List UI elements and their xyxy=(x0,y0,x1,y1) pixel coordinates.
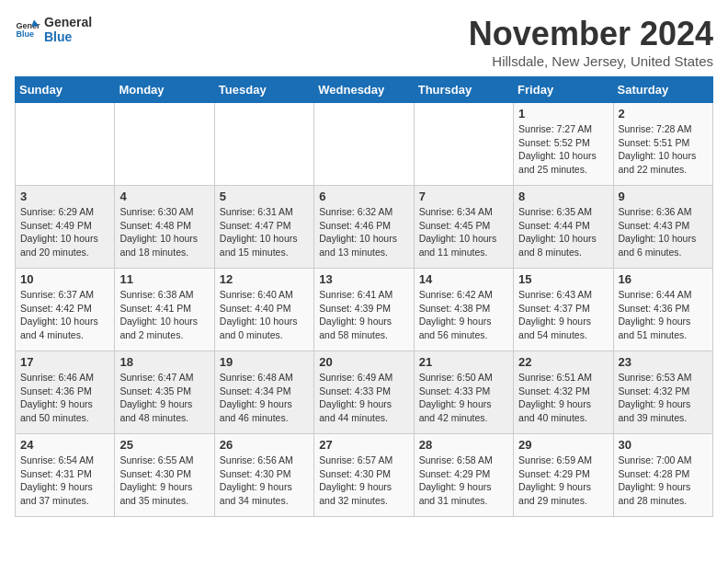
day-info: Sunrise: 6:36 AM Sunset: 4:43 PM Dayligh… xyxy=(619,205,708,259)
day-number: 22 xyxy=(518,355,608,369)
day-info: Sunrise: 6:46 AM Sunset: 4:36 PM Dayligh… xyxy=(20,371,109,425)
header: General Blue General Blue November 2024 … xyxy=(15,15,713,69)
day-number: 30 xyxy=(619,438,708,452)
day-of-week-header: Saturday xyxy=(613,77,712,103)
day-number: 19 xyxy=(220,355,309,369)
day-number: 14 xyxy=(419,272,508,286)
calendar-cell xyxy=(314,103,414,186)
day-number: 29 xyxy=(518,438,608,452)
day-info: Sunrise: 6:43 AM Sunset: 4:37 PM Dayligh… xyxy=(518,288,608,342)
logo-general: General xyxy=(44,15,92,29)
day-number: 12 xyxy=(220,272,309,286)
calendar-cell: 17Sunrise: 6:46 AM Sunset: 4:36 PM Dayli… xyxy=(16,351,115,434)
day-number: 3 xyxy=(20,190,109,203)
day-info: Sunrise: 6:35 AM Sunset: 4:44 PM Dayligh… xyxy=(518,205,608,259)
day-info: Sunrise: 6:44 AM Sunset: 4:36 PM Dayligh… xyxy=(619,288,708,342)
calendar-cell: 19Sunrise: 6:48 AM Sunset: 4:34 PM Dayli… xyxy=(214,351,313,434)
day-number: 20 xyxy=(319,355,408,369)
calendar-cell xyxy=(214,103,313,186)
day-info: Sunrise: 6:56 AM Sunset: 4:30 PM Dayligh… xyxy=(220,454,309,508)
calendar-cell xyxy=(414,103,513,186)
day-number: 21 xyxy=(419,355,508,369)
day-info: Sunrise: 6:50 AM Sunset: 4:33 PM Dayligh… xyxy=(419,371,508,425)
calendar-cell xyxy=(16,103,115,186)
day-info: Sunrise: 6:34 AM Sunset: 4:45 PM Dayligh… xyxy=(419,205,508,259)
day-number: 25 xyxy=(119,438,209,452)
calendar-cell: 25Sunrise: 6:55 AM Sunset: 4:30 PM Dayli… xyxy=(115,434,214,517)
day-info: Sunrise: 6:30 AM Sunset: 4:48 PM Dayligh… xyxy=(119,205,209,259)
day-info: Sunrise: 7:28 AM Sunset: 5:51 PM Dayligh… xyxy=(619,122,708,177)
calendar-cell: 21Sunrise: 6:50 AM Sunset: 4:33 PM Dayli… xyxy=(414,351,513,434)
calendar-cell: 20Sunrise: 6:49 AM Sunset: 4:33 PM Dayli… xyxy=(314,351,414,434)
calendar-cell: 11Sunrise: 6:38 AM Sunset: 4:41 PM Dayli… xyxy=(115,269,214,351)
logo: General Blue General Blue xyxy=(15,15,92,44)
calendar-cell: 15Sunrise: 6:43 AM Sunset: 4:37 PM Dayli… xyxy=(514,269,613,351)
day-info: Sunrise: 6:40 AM Sunset: 4:40 PM Dayligh… xyxy=(220,288,309,342)
day-info: Sunrise: 6:55 AM Sunset: 4:30 PM Dayligh… xyxy=(119,454,209,508)
day-number: 4 xyxy=(119,190,209,203)
svg-text:Blue: Blue xyxy=(16,29,34,39)
day-info: Sunrise: 6:53 AM Sunset: 4:32 PM Dayligh… xyxy=(619,371,708,425)
day-info: Sunrise: 6:58 AM Sunset: 4:29 PM Dayligh… xyxy=(419,454,508,508)
day-number: 26 xyxy=(220,438,309,452)
day-info: Sunrise: 6:59 AM Sunset: 4:29 PM Dayligh… xyxy=(518,454,608,508)
day-of-week-header: Tuesday xyxy=(214,77,313,103)
calendar-cell xyxy=(115,103,214,186)
calendar-header: SundayMondayTuesdayWednesdayThursdayFrid… xyxy=(16,77,713,103)
calendar-cell: 29Sunrise: 6:59 AM Sunset: 4:29 PM Dayli… xyxy=(514,434,613,517)
calendar-cell: 12Sunrise: 6:40 AM Sunset: 4:40 PM Dayli… xyxy=(214,269,313,351)
calendar-cell: 27Sunrise: 6:57 AM Sunset: 4:30 PM Dayli… xyxy=(314,434,414,517)
calendar-cell: 4Sunrise: 6:30 AM Sunset: 4:48 PM Daylig… xyxy=(115,186,214,269)
day-info: Sunrise: 6:31 AM Sunset: 4:47 PM Dayligh… xyxy=(220,205,309,259)
day-info: Sunrise: 6:29 AM Sunset: 4:49 PM Dayligh… xyxy=(20,205,109,259)
day-number: 24 xyxy=(20,438,109,452)
day-number: 15 xyxy=(518,272,608,286)
month-title: November 2024 xyxy=(469,15,713,53)
day-of-week-header: Friday xyxy=(514,77,613,103)
day-number: 11 xyxy=(119,272,209,286)
day-number: 17 xyxy=(20,355,109,369)
calendar-cell: 28Sunrise: 6:58 AM Sunset: 4:29 PM Dayli… xyxy=(414,434,513,517)
day-number: 18 xyxy=(119,355,209,369)
logo-icon: General Blue xyxy=(15,17,40,42)
calendar-cell: 2Sunrise: 7:28 AM Sunset: 5:51 PM Daylig… xyxy=(613,103,712,186)
day-info: Sunrise: 6:48 AM Sunset: 4:34 PM Dayligh… xyxy=(220,371,309,425)
day-number: 1 xyxy=(518,107,608,121)
day-number: 27 xyxy=(319,438,408,452)
calendar-cell: 30Sunrise: 7:00 AM Sunset: 4:28 PM Dayli… xyxy=(613,434,712,517)
day-info: Sunrise: 7:00 AM Sunset: 4:28 PM Dayligh… xyxy=(619,454,708,508)
calendar-cell: 23Sunrise: 6:53 AM Sunset: 4:32 PM Dayli… xyxy=(613,351,712,434)
title-block: November 2024 Hillsdale, New Jersey, Uni… xyxy=(469,15,713,69)
day-number: 13 xyxy=(319,272,408,286)
day-number: 10 xyxy=(20,272,109,286)
calendar-cell: 7Sunrise: 6:34 AM Sunset: 4:45 PM Daylig… xyxy=(414,186,513,269)
day-info: Sunrise: 6:41 AM Sunset: 4:39 PM Dayligh… xyxy=(319,288,408,342)
calendar-cell: 26Sunrise: 6:56 AM Sunset: 4:30 PM Dayli… xyxy=(214,434,313,517)
day-number: 7 xyxy=(419,190,508,203)
day-info: Sunrise: 6:42 AM Sunset: 4:38 PM Dayligh… xyxy=(419,288,508,342)
day-number: 16 xyxy=(619,272,708,286)
day-info: Sunrise: 6:38 AM Sunset: 4:41 PM Dayligh… xyxy=(119,288,209,342)
day-number: 28 xyxy=(419,438,508,452)
day-number: 2 xyxy=(619,107,708,121)
day-info: Sunrise: 6:49 AM Sunset: 4:33 PM Dayligh… xyxy=(319,371,408,425)
calendar-cell: 13Sunrise: 6:41 AM Sunset: 4:39 PM Dayli… xyxy=(314,269,414,351)
calendar-body: 1Sunrise: 7:27 AM Sunset: 5:52 PM Daylig… xyxy=(16,103,713,517)
day-number: 8 xyxy=(518,190,608,203)
day-info: Sunrise: 6:51 AM Sunset: 4:32 PM Dayligh… xyxy=(518,371,608,425)
day-info: Sunrise: 6:37 AM Sunset: 4:42 PM Dayligh… xyxy=(20,288,109,342)
calendar-cell: 10Sunrise: 6:37 AM Sunset: 4:42 PM Dayli… xyxy=(16,269,115,351)
calendar-cell: 18Sunrise: 6:47 AM Sunset: 4:35 PM Dayli… xyxy=(115,351,214,434)
calendar-cell: 16Sunrise: 6:44 AM Sunset: 4:36 PM Dayli… xyxy=(613,269,712,351)
day-of-week-header: Thursday xyxy=(414,77,513,103)
day-number: 9 xyxy=(619,190,708,203)
logo-blue: Blue xyxy=(44,29,92,44)
day-info: Sunrise: 6:54 AM Sunset: 4:31 PM Dayligh… xyxy=(20,454,109,508)
day-number: 5 xyxy=(220,190,309,203)
calendar-cell: 8Sunrise: 6:35 AM Sunset: 4:44 PM Daylig… xyxy=(514,186,613,269)
day-of-week-header: Sunday xyxy=(16,77,115,103)
day-number: 23 xyxy=(619,355,708,369)
calendar-cell: 9Sunrise: 6:36 AM Sunset: 4:43 PM Daylig… xyxy=(613,186,712,269)
day-of-week-header: Wednesday xyxy=(314,77,414,103)
calendar-cell: 24Sunrise: 6:54 AM Sunset: 4:31 PM Dayli… xyxy=(16,434,115,517)
